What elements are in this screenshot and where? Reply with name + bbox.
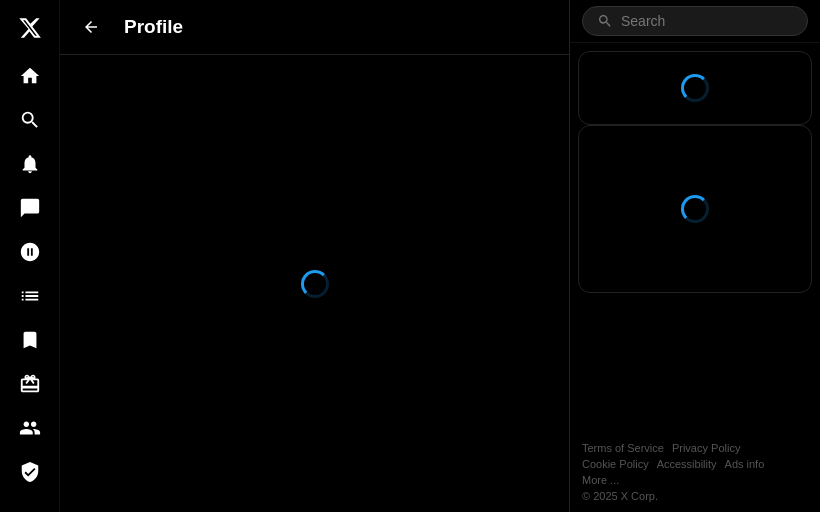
back-button[interactable] <box>74 10 108 44</box>
right-card-bottom <box>578 125 812 293</box>
right-card-top <box>578 51 812 125</box>
main-content: Profile <box>60 0 570 512</box>
footer-link-privacy[interactable]: Privacy Policy <box>672 442 740 454</box>
search-input-wrapper[interactable] <box>582 6 808 36</box>
loading-spinner-bottom <box>681 195 709 223</box>
right-panel: Terms of Service Privacy Policy Cookie P… <box>570 0 820 512</box>
page-title: Profile <box>124 16 183 38</box>
footer-link-terms[interactable]: Terms of Service <box>582 442 664 454</box>
footer-link-more[interactable]: More ... <box>582 474 619 486</box>
sidebar-item-lists[interactable] <box>10 276 50 316</box>
sidebar-item-grok[interactable] <box>10 232 50 272</box>
footer-copyright: © 2025 X Corp. <box>582 490 808 502</box>
sidebar <box>0 0 60 512</box>
sidebar-item-messages[interactable] <box>10 188 50 228</box>
sidebar-item-search[interactable] <box>10 100 50 140</box>
x-logo[interactable] <box>10 8 50 48</box>
main-header: Profile <box>60 0 569 55</box>
footer: Terms of Service Privacy Policy Cookie P… <box>570 432 820 512</box>
footer-link-accessibility[interactable]: Accessibility <box>657 458 717 470</box>
footer-link-ads[interactable]: Ads info <box>725 458 765 470</box>
sidebar-item-jobs[interactable] <box>10 364 50 404</box>
search-icon <box>597 13 613 29</box>
loading-spinner <box>301 270 329 298</box>
search-input[interactable] <box>621 13 793 29</box>
main-body <box>60 55 569 512</box>
loading-spinner-top <box>681 74 709 102</box>
right-cards <box>570 43 820 432</box>
sidebar-item-verified[interactable] <box>10 452 50 492</box>
sidebar-item-home[interactable] <box>10 56 50 96</box>
sidebar-item-communities[interactable] <box>10 408 50 448</box>
sidebar-item-bookmarks[interactable] <box>10 320 50 360</box>
footer-link-cookie[interactable]: Cookie Policy <box>582 458 649 470</box>
search-bar <box>570 0 820 43</box>
sidebar-item-notifications[interactable] <box>10 144 50 184</box>
